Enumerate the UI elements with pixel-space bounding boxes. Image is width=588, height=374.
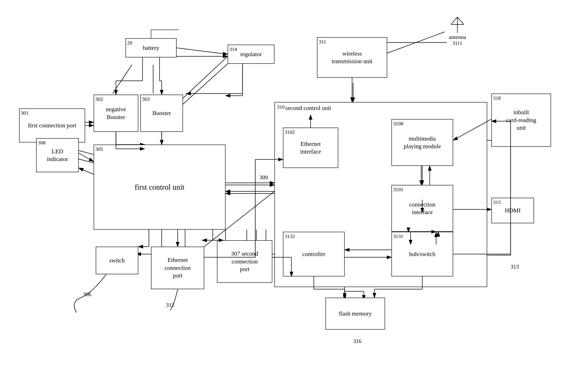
svg-line-44 bbox=[451, 17, 457, 24]
regulator-ref: 314 bbox=[229, 46, 237, 52]
nb-ref: 302 bbox=[95, 96, 103, 103]
scu-ref: 310 bbox=[277, 104, 285, 110]
regulator-box: 314 regulator bbox=[228, 45, 274, 64]
fcp-ref: 301 bbox=[21, 110, 29, 116]
ref-312: 312 bbox=[166, 302, 174, 308]
antenna-icon bbox=[445, 13, 470, 34]
mpm-label: multimediaplaying module bbox=[404, 135, 441, 150]
icr-label: inbuiltcard-readingunit bbox=[506, 108, 536, 132]
first-connection-port-box: 301 first connection port bbox=[19, 108, 85, 143]
ci-label: connectioninterface bbox=[409, 201, 435, 216]
svg-line-61 bbox=[183, 64, 228, 104]
nb-label: negativeBooster bbox=[106, 105, 126, 121]
antenna-ref: 3111 bbox=[452, 40, 462, 46]
switch-label: switch bbox=[109, 257, 125, 264]
hub-switch-box: 3131 hub/switch bbox=[391, 232, 453, 276]
switch-box: switch bbox=[96, 247, 138, 274]
scu-label: second control unit bbox=[285, 104, 331, 112]
scp-label: 307 secondconnectionport bbox=[231, 250, 258, 273]
led-ref: 308 bbox=[38, 139, 45, 146]
booster-box: 303 Booster bbox=[140, 95, 183, 132]
ethernet-interface-box: 3102 Ethernetinterface bbox=[283, 128, 338, 168]
ref-313: 313 bbox=[511, 264, 519, 270]
ci-ref: 3101 bbox=[393, 186, 403, 193]
negative-booster-box: 302 negativeBooster bbox=[94, 95, 138, 132]
svg-line-45 bbox=[457, 17, 464, 24]
svg-line-66 bbox=[79, 153, 94, 162]
hs-label: hub/switch bbox=[409, 250, 435, 258]
battery-ref: 20 bbox=[127, 40, 132, 46]
ecp-label: Ethernetconnectionport bbox=[165, 256, 191, 279]
inbuilt-card-reading-box: 318 inbuiltcard-readingunit bbox=[491, 94, 551, 147]
svg-line-52 bbox=[177, 48, 228, 54]
wtu-ref: 311 bbox=[319, 39, 326, 45]
svg-line-67 bbox=[79, 168, 94, 174]
fcu-label: first control unit bbox=[135, 182, 184, 192]
battery-box: 20 battery bbox=[126, 38, 177, 57]
mpm-ref: 3108 bbox=[393, 120, 403, 127]
diagram: 20 battery 314 regulator 301 first conne… bbox=[0, 0, 588, 374]
multimedia-playing-module-box: 3108 multimediaplaying module bbox=[391, 119, 453, 166]
hdmi-box: 315 HDMI bbox=[491, 198, 534, 223]
antenna-area: antenna 3111 bbox=[438, 13, 476, 38]
fm-label: flash memory bbox=[339, 310, 372, 317]
svg-line-6 bbox=[113, 65, 132, 94]
svg-line-13 bbox=[177, 56, 228, 104]
hdmi-ref: 315 bbox=[493, 199, 501, 206]
ref-306: 306 bbox=[83, 291, 91, 298]
led-label: LEDindicator bbox=[47, 147, 68, 163]
antenna-label: antenna bbox=[449, 34, 466, 40]
wtu-label: wirelesstransmission unit bbox=[332, 50, 372, 65]
booster-ref: 303 bbox=[142, 96, 150, 103]
hdmi-label: HDMI bbox=[505, 207, 521, 214]
ref-309: 309 bbox=[260, 174, 268, 181]
battery-label: battery bbox=[143, 44, 159, 52]
wireless-transmission-unit-box: 311 wirelesstransmission unit bbox=[317, 37, 387, 78]
ei-ref: 3102 bbox=[285, 129, 295, 135]
svg-line-82 bbox=[387, 32, 445, 53]
flash-memory-box: flash memory bbox=[326, 298, 385, 330]
led-indicator-box: 308 LEDindicator bbox=[36, 138, 79, 172]
second-connection-port-box: 307 secondconnectionport bbox=[217, 240, 272, 283]
ctrl-ref: 3132 bbox=[285, 233, 295, 240]
fcp-label: first connection port bbox=[28, 122, 76, 129]
icr-ref: 318 bbox=[493, 95, 501, 101]
regulator-label: regulator bbox=[240, 50, 262, 58]
hs-ref: 3131 bbox=[393, 233, 403, 240]
connection-interface-box: 3101 connectioninterface bbox=[391, 185, 453, 232]
ref-316: 316 bbox=[353, 338, 361, 344]
booster-label: Booster bbox=[152, 109, 171, 117]
ei-label: Ethernetinterface bbox=[300, 140, 321, 156]
controller-box: 3132 controller bbox=[283, 232, 345, 276]
ctrl-label: controller bbox=[302, 250, 326, 258]
first-control-unit-box: 305 first control unit bbox=[94, 145, 225, 230]
ethernet-connection-port-box: Ethernetconnectionport bbox=[151, 247, 204, 289]
fcu-ref: 305 bbox=[95, 146, 103, 152]
